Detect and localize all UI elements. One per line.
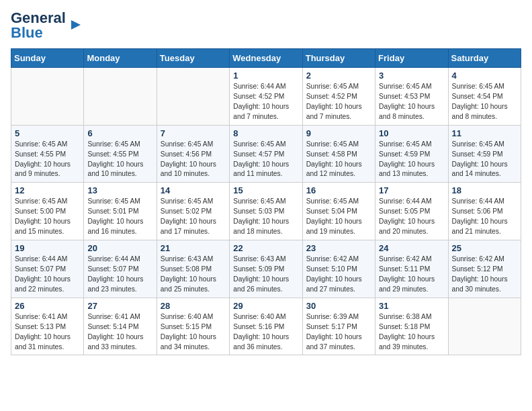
calendar-cell: 18Sunrise: 6:44 AM Sunset: 5:06 PM Dayli… (448, 183, 521, 240)
day-info: Sunrise: 6:45 AM Sunset: 5:03 PM Dayligh… (233, 197, 298, 237)
calendar-cell: 15Sunrise: 6:45 AM Sunset: 5:03 PM Dayli… (230, 183, 302, 240)
calendar-week-3: 12Sunrise: 6:45 AM Sunset: 5:00 PM Dayli… (11, 183, 521, 240)
day-number: 24 (379, 243, 444, 253)
day-number: 20 (87, 243, 152, 253)
day-info: Sunrise: 6:43 AM Sunset: 5:09 PM Dayligh… (233, 255, 298, 295)
day-number: 4 (452, 71, 517, 81)
calendar-week-1: 1Sunrise: 6:44 AM Sunset: 4:52 PM Daylig… (11, 68, 521, 126)
calendar-cell: 9Sunrise: 6:45 AM Sunset: 4:58 PM Daylig… (302, 125, 375, 183)
calendar-cell (157, 68, 229, 126)
calendar-cell: 23Sunrise: 6:42 AM Sunset: 5:10 PM Dayli… (302, 240, 375, 298)
logo-text: GeneralBlue (11, 11, 66, 40)
col-header-tuesday: Tuesday (157, 49, 229, 68)
day-number: 16 (306, 185, 371, 195)
day-number: 6 (87, 128, 152, 138)
calendar-cell: 20Sunrise: 6:44 AM Sunset: 5:07 PM Dayli… (84, 240, 157, 298)
col-header-saturday: Saturday (448, 49, 521, 68)
calendar-cell: 26Sunrise: 6:41 AM Sunset: 5:13 PM Dayli… (11, 298, 84, 355)
day-info: Sunrise: 6:42 AM Sunset: 5:12 PM Dayligh… (452, 255, 517, 295)
calendar-cell: 13Sunrise: 6:45 AM Sunset: 5:01 PM Dayli… (84, 183, 157, 240)
day-info: Sunrise: 6:44 AM Sunset: 5:06 PM Dayligh… (452, 197, 517, 237)
day-info: Sunrise: 6:42 AM Sunset: 5:11 PM Dayligh… (379, 255, 444, 295)
day-info: Sunrise: 6:45 AM Sunset: 4:59 PM Dayligh… (379, 140, 444, 180)
calendar-cell: 3Sunrise: 6:45 AM Sunset: 4:53 PM Daylig… (375, 68, 448, 126)
calendar-cell: 14Sunrise: 6:45 AM Sunset: 5:02 PM Dayli… (157, 183, 229, 240)
day-info: Sunrise: 6:45 AM Sunset: 5:02 PM Dayligh… (161, 197, 226, 237)
calendar-cell: 16Sunrise: 6:45 AM Sunset: 5:04 PM Dayli… (302, 183, 375, 240)
day-number: 22 (233, 243, 298, 253)
calendar-cell: 2Sunrise: 6:45 AM Sunset: 4:52 PM Daylig… (302, 68, 375, 126)
calendar-cell: 4Sunrise: 6:45 AM Sunset: 4:54 PM Daylig… (448, 68, 521, 126)
calendar-cell: 10Sunrise: 6:45 AM Sunset: 4:59 PM Dayli… (375, 125, 448, 183)
day-number: 7 (161, 128, 226, 138)
day-number: 12 (15, 185, 80, 195)
day-number: 18 (452, 185, 517, 195)
day-info: Sunrise: 6:45 AM Sunset: 5:01 PM Dayligh… (87, 197, 152, 237)
day-info: Sunrise: 6:41 AM Sunset: 5:14 PM Dayligh… (87, 312, 152, 353)
calendar-cell: 30Sunrise: 6:39 AM Sunset: 5:17 PM Dayli… (302, 298, 375, 355)
day-info: Sunrise: 6:45 AM Sunset: 4:56 PM Dayligh… (161, 140, 226, 180)
col-header-wednesday: Wednesday (230, 49, 302, 68)
calendar-cell (11, 68, 84, 126)
calendar-cell: 5Sunrise: 6:45 AM Sunset: 4:55 PM Daylig… (11, 125, 84, 183)
day-info: Sunrise: 6:45 AM Sunset: 4:59 PM Dayligh… (452, 140, 517, 180)
day-number: 29 (233, 301, 298, 311)
day-info: Sunrise: 6:45 AM Sunset: 5:04 PM Dayligh… (306, 197, 371, 237)
day-info: Sunrise: 6:39 AM Sunset: 5:17 PM Dayligh… (306, 312, 371, 353)
calendar-cell: 7Sunrise: 6:45 AM Sunset: 4:56 PM Daylig… (157, 125, 229, 183)
day-number: 23 (306, 243, 371, 253)
day-number: 5 (15, 128, 80, 138)
day-info: Sunrise: 6:45 AM Sunset: 4:53 PM Dayligh… (379, 82, 444, 122)
day-info: Sunrise: 6:40 AM Sunset: 5:16 PM Dayligh… (233, 312, 298, 353)
calendar-cell: 27Sunrise: 6:41 AM Sunset: 5:14 PM Dayli… (84, 298, 157, 355)
col-header-sunday: Sunday (11, 49, 84, 68)
col-header-friday: Friday (375, 49, 448, 68)
calendar-cell: 21Sunrise: 6:43 AM Sunset: 5:08 PM Dayli… (157, 240, 229, 298)
day-info: Sunrise: 6:45 AM Sunset: 4:55 PM Dayligh… (15, 140, 80, 180)
calendar-week-4: 19Sunrise: 6:44 AM Sunset: 5:07 PM Dayli… (11, 240, 521, 298)
logo-icon (69, 17, 83, 32)
day-info: Sunrise: 6:43 AM Sunset: 5:08 PM Dayligh… (161, 255, 226, 295)
day-number: 30 (306, 301, 371, 311)
day-info: Sunrise: 6:45 AM Sunset: 4:55 PM Dayligh… (87, 140, 152, 180)
calendar-cell: 29Sunrise: 6:40 AM Sunset: 5:16 PM Dayli… (230, 298, 302, 355)
day-info: Sunrise: 6:44 AM Sunset: 5:07 PM Dayligh… (87, 255, 152, 295)
day-number: 31 (379, 301, 444, 311)
day-info: Sunrise: 6:44 AM Sunset: 5:07 PM Dayligh… (15, 255, 80, 295)
day-info: Sunrise: 6:44 AM Sunset: 5:05 PM Dayligh… (379, 197, 444, 237)
calendar-header-row: SundayMondayTuesdayWednesdayThursdayFrid… (11, 49, 521, 68)
svg-marker-0 (71, 20, 81, 30)
col-header-monday: Monday (84, 49, 157, 68)
day-info: Sunrise: 6:45 AM Sunset: 4:54 PM Dayligh… (452, 82, 517, 122)
day-number: 14 (161, 185, 226, 195)
day-number: 27 (87, 301, 152, 311)
day-number: 19 (15, 243, 80, 253)
calendar-week-5: 26Sunrise: 6:41 AM Sunset: 5:13 PM Dayli… (11, 298, 521, 355)
day-info: Sunrise: 6:45 AM Sunset: 4:58 PM Dayligh… (306, 140, 371, 180)
day-number: 1 (233, 71, 298, 81)
day-info: Sunrise: 6:44 AM Sunset: 4:52 PM Dayligh… (233, 82, 298, 122)
calendar-cell: 6Sunrise: 6:45 AM Sunset: 4:55 PM Daylig… (84, 125, 157, 183)
calendar-cell: 25Sunrise: 6:42 AM Sunset: 5:12 PM Dayli… (448, 240, 521, 298)
day-number: 3 (379, 71, 444, 81)
calendar-cell: 19Sunrise: 6:44 AM Sunset: 5:07 PM Dayli… (11, 240, 84, 298)
day-info: Sunrise: 6:40 AM Sunset: 5:15 PM Dayligh… (161, 312, 226, 353)
col-header-thursday: Thursday (302, 49, 375, 68)
calendar-cell (448, 298, 521, 355)
day-number: 15 (233, 185, 298, 195)
day-info: Sunrise: 6:45 AM Sunset: 4:57 PM Dayligh… (233, 140, 298, 180)
page-header: GeneralBlue (11, 11, 521, 40)
logo: GeneralBlue (11, 11, 83, 40)
day-info: Sunrise: 6:45 AM Sunset: 4:52 PM Dayligh… (306, 82, 371, 122)
calendar-cell: 12Sunrise: 6:45 AM Sunset: 5:00 PM Dayli… (11, 183, 84, 240)
day-info: Sunrise: 6:41 AM Sunset: 5:13 PM Dayligh… (15, 312, 80, 353)
day-number: 8 (233, 128, 298, 138)
calendar-cell: 28Sunrise: 6:40 AM Sunset: 5:15 PM Dayli… (157, 298, 229, 355)
day-number: 17 (379, 185, 444, 195)
day-info: Sunrise: 6:42 AM Sunset: 5:10 PM Dayligh… (306, 255, 371, 295)
day-number: 26 (15, 301, 80, 311)
calendar-cell: 8Sunrise: 6:45 AM Sunset: 4:57 PM Daylig… (230, 125, 302, 183)
day-number: 9 (306, 128, 371, 138)
day-number: 21 (161, 243, 226, 253)
day-number: 13 (87, 185, 152, 195)
